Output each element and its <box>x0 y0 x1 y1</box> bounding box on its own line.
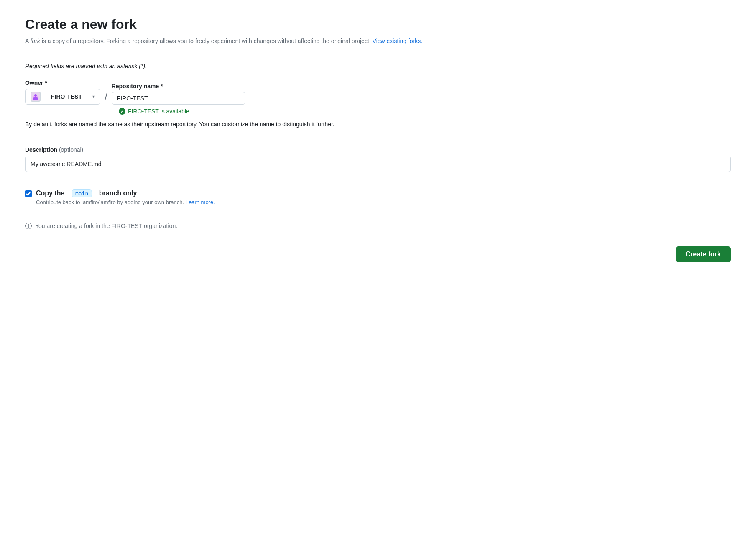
learn-more-link[interactable]: Learn more. <box>186 199 215 205</box>
page-title: Create a new fork <box>25 17 731 32</box>
divider-5 <box>25 238 731 238</box>
info-notice-text: You are creating a fork in the FIRO-TEST… <box>35 223 177 229</box>
description-label: Description (optional) <box>25 146 731 153</box>
svg-point-4 <box>36 96 38 97</box>
slash-separator: / <box>105 91 107 105</box>
required-fields-note: Required fields are marked with an aster… <box>25 63 731 69</box>
owner-name: FIRO-TEST <box>44 93 89 100</box>
copy-branch-row: Copy the main branch only Contribute bac… <box>25 189 731 205</box>
svg-rect-2 <box>33 97 38 100</box>
divider-2 <box>25 138 731 138</box>
fork-name-description: By default, forks are named the same as … <box>25 120 401 129</box>
svg-point-1 <box>34 94 37 97</box>
repo-name-label: Repository name * <box>112 83 245 90</box>
optional-text: (optional) <box>59 146 83 153</box>
branch-badge: main <box>72 189 92 197</box>
owner-repo-row: Owner * FIRO-TEST ▾ / Repository name * <box>25 79 731 105</box>
info-notice: i You are creating a fork in the FIRO-TE… <box>25 223 731 229</box>
view-existing-forks-link[interactable]: View existing forks. <box>373 38 423 44</box>
description-input[interactable] <box>25 156 731 172</box>
create-fork-button[interactable]: Create fork <box>676 246 731 262</box>
copy-branch-label: Copy the main branch only <box>36 189 215 197</box>
owner-select-button[interactable]: FIRO-TEST ▾ <box>25 89 100 105</box>
copy-branch-label-group: Copy the main branch only Contribute bac… <box>36 189 215 205</box>
info-icon: i <box>25 223 32 229</box>
description-group: Description (optional) <box>25 146 731 172</box>
repo-name-group: Repository name * <box>112 83 245 105</box>
divider-1 <box>25 54 731 54</box>
owner-label: Owner * <box>25 79 100 86</box>
copy-branch-checkbox[interactable] <box>25 190 32 197</box>
copy-branch-pre: Copy the <box>36 189 64 197</box>
copy-branch-sublabel: Contribute back to iamfiro/iamfiro by ad… <box>36 199 215 205</box>
copy-branch-post: branch only <box>99 189 137 197</box>
check-circle-icon <box>119 108 125 115</box>
owner-group: Owner * FIRO-TEST ▾ <box>25 79 100 105</box>
availability-text: FIRO-TEST is available. <box>128 108 191 115</box>
availability-status: FIRO-TEST is available. <box>119 108 731 115</box>
divider-3 <box>25 181 731 181</box>
repo-name-input[interactable] <box>112 92 245 105</box>
chevron-down-icon: ▾ <box>92 94 95 100</box>
divider-4 <box>25 214 731 214</box>
owner-avatar <box>31 92 41 102</box>
svg-point-3 <box>33 96 35 97</box>
subtitle: A fork is a copy of a repository. Forkin… <box>25 36 731 46</box>
